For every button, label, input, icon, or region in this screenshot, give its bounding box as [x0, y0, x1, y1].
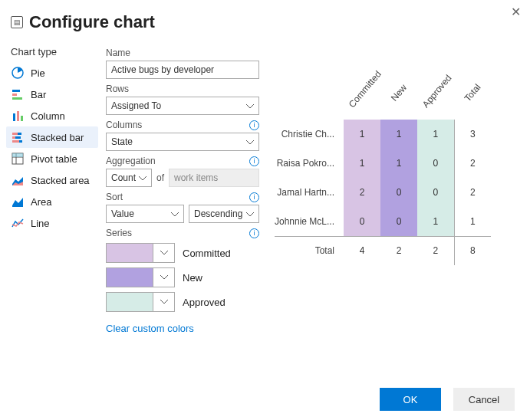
chevron-down-icon	[246, 208, 254, 219]
sort-dir-select[interactable]: Descending	[189, 205, 259, 223]
column-header: Total	[454, 66, 491, 120]
column-icon	[11, 109, 25, 123]
info-icon[interactable]: i	[249, 120, 259, 130]
aggregation-value: Count	[111, 172, 136, 183]
chart-preview: CommittedNewApprovedTotalChristie Ch...1…	[267, 43, 519, 334]
bar-icon	[11, 87, 25, 101]
column-header: Committed	[344, 66, 380, 120]
chart-type-bar[interactable]: Bar	[6, 84, 98, 105]
svg-rect-12	[19, 140, 22, 143]
cell: 2	[344, 178, 380, 207]
chart-type-header: Chart type	[6, 43, 98, 62]
svg-rect-2	[12, 94, 17, 96]
cell: 2	[454, 149, 491, 178]
cell: 0	[380, 178, 417, 207]
cell: 2	[454, 178, 491, 207]
chart-type-area[interactable]: Area	[6, 191, 98, 212]
rows-select[interactable]: Assigned To	[106, 97, 259, 115]
cell: 1	[417, 120, 454, 149]
table-row: Christie Ch...1113	[275, 120, 491, 149]
info-icon[interactable]: i	[249, 156, 259, 166]
pie-icon	[11, 66, 25, 80]
line-icon	[11, 216, 25, 230]
area-icon	[11, 195, 25, 208]
row-header: Raisa Pokro...	[275, 149, 344, 178]
chevron-down-icon	[246, 136, 254, 147]
chart-type-label: Bar	[31, 89, 46, 100]
sort-field-value: Value	[111, 208, 134, 219]
svg-rect-6	[21, 116, 23, 121]
name-input[interactable]: Active bugs by developer	[106, 61, 259, 79]
cell: 1	[344, 149, 380, 178]
series-label: Series i	[106, 228, 259, 238]
column-header: Approved	[417, 66, 454, 120]
table-row: Johnnie McL...0011	[275, 207, 491, 236]
cancel-button[interactable]: Cancel	[453, 388, 515, 411]
chart-type-label: Column	[31, 110, 65, 122]
dialog-footer: OK Cancel	[380, 388, 515, 411]
cell: 0	[417, 178, 454, 207]
cell: 1	[380, 149, 417, 178]
series-color-picker[interactable]	[106, 292, 175, 312]
chart-config-icon: ▤	[11, 16, 23, 28]
chart-type-stacked-bar[interactable]: Stacked bar	[6, 126, 98, 148]
chevron-down-icon	[139, 172, 146, 183]
columns-select[interactable]: State	[106, 133, 259, 151]
cell: 0	[380, 207, 417, 236]
info-icon[interactable]: i	[249, 192, 259, 202]
cell: 3	[454, 120, 491, 149]
chart-type-label: Line	[31, 218, 50, 229]
color-swatch	[107, 293, 153, 311]
total-cell: 8	[454, 236, 491, 265]
series-color-picker[interactable]	[106, 243, 175, 263]
columns-label: Columns i	[106, 120, 259, 130]
row-header: Jamal Hartn...	[275, 178, 344, 207]
series-name: Approved	[183, 297, 225, 308]
chevron-down-icon	[171, 208, 179, 219]
cell: 1	[344, 120, 380, 149]
cell: 0	[344, 207, 380, 236]
svg-rect-3	[12, 97, 22, 100]
stacked-area-icon	[11, 173, 25, 187]
svg-rect-9	[12, 136, 15, 139]
close-button[interactable]: ✕	[511, 5, 521, 19]
cell: 1	[380, 120, 417, 149]
info-icon[interactable]: i	[249, 228, 259, 238]
column-header: New	[380, 66, 417, 120]
total-label: Total	[275, 236, 344, 265]
total-cell: 2	[417, 236, 454, 265]
ok-button[interactable]: OK	[380, 388, 441, 411]
svg-rect-4	[13, 113, 15, 121]
series-color-picker[interactable]	[106, 267, 175, 287]
row-header: Johnnie McL...	[275, 207, 344, 236]
chevron-down-icon	[246, 100, 254, 111]
svg-rect-10	[15, 136, 21, 139]
clear-custom-colors-link[interactable]: Clear custom colors	[106, 323, 194, 334]
chart-type-stacked-area[interactable]: Stacked area	[6, 169, 98, 191]
series-row: Committed	[106, 243, 259, 263]
chart-type-column[interactable]: Column	[6, 105, 98, 126]
color-swatch	[107, 244, 153, 262]
row-header: Christie Ch...	[275, 120, 344, 149]
aggregation-select[interactable]: Count	[106, 169, 152, 187]
dialog-title: Configure chart	[29, 12, 155, 32]
chart-type-line[interactable]: Line	[6, 212, 98, 234]
sort-field-select[interactable]: Value	[106, 205, 184, 223]
series-row: Approved	[106, 292, 259, 312]
chart-type-label: Stacked bar	[31, 132, 84, 143]
chart-type-label: Pie	[31, 67, 45, 79]
chevron-down-icon	[153, 268, 174, 287]
aggregation-label: Aggregation i	[106, 156, 259, 166]
svg-rect-11	[12, 140, 19, 143]
chart-type-pie[interactable]: Pie	[6, 62, 98, 84]
chart-type-list: Chart type PieBarColumnStacked barPivot …	[6, 43, 98, 334]
color-swatch	[107, 268, 153, 287]
rows-label: Rows	[106, 84, 259, 94]
pivot-preview-table: CommittedNewApprovedTotalChristie Ch...1…	[275, 66, 491, 265]
stacked-bar-icon	[11, 130, 25, 144]
chart-type-label: Pivot table	[31, 153, 77, 165]
series-row: New	[106, 267, 259, 287]
rows-value: Assigned To	[111, 100, 161, 111]
chevron-down-icon	[153, 293, 174, 311]
chart-type-pivot-table[interactable]: Pivot table	[6, 148, 98, 169]
